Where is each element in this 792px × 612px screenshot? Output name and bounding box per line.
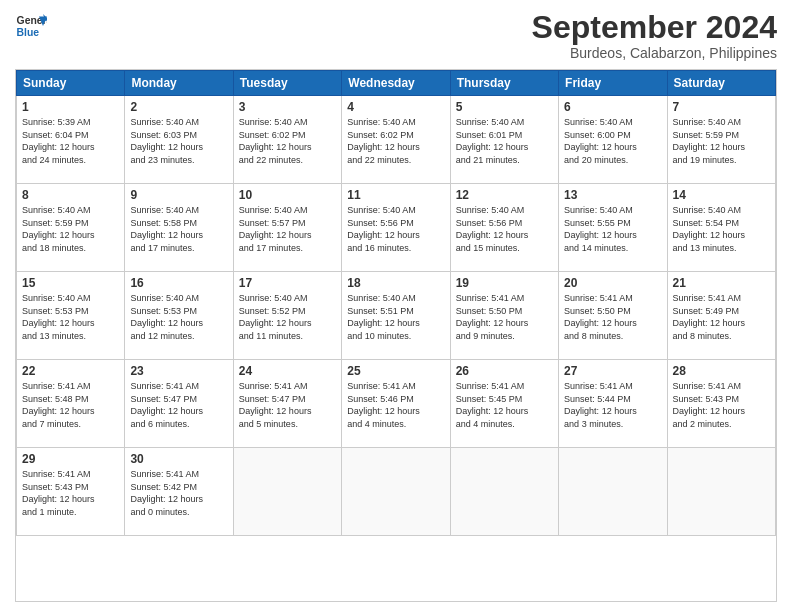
calendar-cell: 25Sunrise: 5:41 AMSunset: 5:46 PMDayligh… — [342, 360, 450, 448]
cell-content: Sunrise: 5:41 AMSunset: 5:48 PMDaylight:… — [22, 380, 119, 430]
day-number: 17 — [239, 276, 336, 290]
calendar-week-row: 29Sunrise: 5:41 AMSunset: 5:43 PMDayligh… — [17, 448, 776, 536]
day-number: 15 — [22, 276, 119, 290]
day-number: 6 — [564, 100, 661, 114]
day-header-tuesday: Tuesday — [233, 71, 341, 96]
cell-content: Sunrise: 5:40 AMSunset: 5:52 PMDaylight:… — [239, 292, 336, 342]
day-header-sunday: Sunday — [17, 71, 125, 96]
calendar-cell: 9Sunrise: 5:40 AMSunset: 5:58 PMDaylight… — [125, 184, 233, 272]
day-number: 1 — [22, 100, 119, 114]
day-number: 24 — [239, 364, 336, 378]
day-number: 2 — [130, 100, 227, 114]
day-number: 30 — [130, 452, 227, 466]
month-title: September 2024 — [532, 10, 777, 45]
calendar-week-row: 1Sunrise: 5:39 AMSunset: 6:04 PMDaylight… — [17, 96, 776, 184]
calendar-cell: 5Sunrise: 5:40 AMSunset: 6:01 PMDaylight… — [450, 96, 558, 184]
calendar-cell: 23Sunrise: 5:41 AMSunset: 5:47 PMDayligh… — [125, 360, 233, 448]
cell-content: Sunrise: 5:40 AMSunset: 5:53 PMDaylight:… — [22, 292, 119, 342]
cell-content: Sunrise: 5:40 AMSunset: 6:00 PMDaylight:… — [564, 116, 661, 166]
calendar-cell: 18Sunrise: 5:40 AMSunset: 5:51 PMDayligh… — [342, 272, 450, 360]
calendar-cell — [450, 448, 558, 536]
cell-content: Sunrise: 5:40 AMSunset: 6:02 PMDaylight:… — [347, 116, 444, 166]
cell-content: Sunrise: 5:40 AMSunset: 5:59 PMDaylight:… — [22, 204, 119, 254]
day-header-wednesday: Wednesday — [342, 71, 450, 96]
day-number: 18 — [347, 276, 444, 290]
day-number: 11 — [347, 188, 444, 202]
day-header-friday: Friday — [559, 71, 667, 96]
day-number: 19 — [456, 276, 553, 290]
cell-content: Sunrise: 5:40 AMSunset: 5:57 PMDaylight:… — [239, 204, 336, 254]
cell-content: Sunrise: 5:41 AMSunset: 5:50 PMDaylight:… — [564, 292, 661, 342]
calendar-cell: 28Sunrise: 5:41 AMSunset: 5:43 PMDayligh… — [667, 360, 775, 448]
calendar-cell: 10Sunrise: 5:40 AMSunset: 5:57 PMDayligh… — [233, 184, 341, 272]
calendar-header-row: SundayMondayTuesdayWednesdayThursdayFrid… — [17, 71, 776, 96]
svg-text:Blue: Blue — [17, 27, 40, 38]
day-number: 9 — [130, 188, 227, 202]
day-header-monday: Monday — [125, 71, 233, 96]
calendar-week-row: 15Sunrise: 5:40 AMSunset: 5:53 PMDayligh… — [17, 272, 776, 360]
day-number: 3 — [239, 100, 336, 114]
cell-content: Sunrise: 5:40 AMSunset: 5:58 PMDaylight:… — [130, 204, 227, 254]
header: General Blue September 2024 Burdeos, Cal… — [15, 10, 777, 61]
day-number: 7 — [673, 100, 770, 114]
day-number: 25 — [347, 364, 444, 378]
calendar-cell: 26Sunrise: 5:41 AMSunset: 5:45 PMDayligh… — [450, 360, 558, 448]
calendar-cell: 7Sunrise: 5:40 AMSunset: 5:59 PMDaylight… — [667, 96, 775, 184]
calendar-week-row: 22Sunrise: 5:41 AMSunset: 5:48 PMDayligh… — [17, 360, 776, 448]
cell-content: Sunrise: 5:40 AMSunset: 6:03 PMDaylight:… — [130, 116, 227, 166]
cell-content: Sunrise: 5:40 AMSunset: 5:53 PMDaylight:… — [130, 292, 227, 342]
calendar-cell: 20Sunrise: 5:41 AMSunset: 5:50 PMDayligh… — [559, 272, 667, 360]
cell-content: Sunrise: 5:41 AMSunset: 5:42 PMDaylight:… — [130, 468, 227, 518]
cell-content: Sunrise: 5:40 AMSunset: 6:02 PMDaylight:… — [239, 116, 336, 166]
day-number: 4 — [347, 100, 444, 114]
cell-content: Sunrise: 5:41 AMSunset: 5:44 PMDaylight:… — [564, 380, 661, 430]
calendar-cell: 2Sunrise: 5:40 AMSunset: 6:03 PMDaylight… — [125, 96, 233, 184]
day-number: 23 — [130, 364, 227, 378]
calendar-cell: 3Sunrise: 5:40 AMSunset: 6:02 PMDaylight… — [233, 96, 341, 184]
day-number: 16 — [130, 276, 227, 290]
calendar-cell: 14Sunrise: 5:40 AMSunset: 5:54 PMDayligh… — [667, 184, 775, 272]
cell-content: Sunrise: 5:41 AMSunset: 5:50 PMDaylight:… — [456, 292, 553, 342]
cell-content: Sunrise: 5:40 AMSunset: 5:59 PMDaylight:… — [673, 116, 770, 166]
calendar-cell: 8Sunrise: 5:40 AMSunset: 5:59 PMDaylight… — [17, 184, 125, 272]
calendar: SundayMondayTuesdayWednesdayThursdayFrid… — [15, 69, 777, 602]
calendar-cell: 6Sunrise: 5:40 AMSunset: 6:00 PMDaylight… — [559, 96, 667, 184]
day-number: 26 — [456, 364, 553, 378]
calendar-cell: 11Sunrise: 5:40 AMSunset: 5:56 PMDayligh… — [342, 184, 450, 272]
day-number: 12 — [456, 188, 553, 202]
calendar-cell: 15Sunrise: 5:40 AMSunset: 5:53 PMDayligh… — [17, 272, 125, 360]
calendar-cell: 13Sunrise: 5:40 AMSunset: 5:55 PMDayligh… — [559, 184, 667, 272]
logo: General Blue — [15, 10, 47, 42]
day-header-thursday: Thursday — [450, 71, 558, 96]
page: General Blue September 2024 Burdeos, Cal… — [0, 0, 792, 612]
day-number: 14 — [673, 188, 770, 202]
day-number: 8 — [22, 188, 119, 202]
day-number: 5 — [456, 100, 553, 114]
cell-content: Sunrise: 5:40 AMSunset: 5:56 PMDaylight:… — [456, 204, 553, 254]
cell-content: Sunrise: 5:40 AMSunset: 5:55 PMDaylight:… — [564, 204, 661, 254]
calendar-cell: 27Sunrise: 5:41 AMSunset: 5:44 PMDayligh… — [559, 360, 667, 448]
cell-content: Sunrise: 5:40 AMSunset: 6:01 PMDaylight:… — [456, 116, 553, 166]
cell-content: Sunrise: 5:41 AMSunset: 5:46 PMDaylight:… — [347, 380, 444, 430]
cell-content: Sunrise: 5:41 AMSunset: 5:49 PMDaylight:… — [673, 292, 770, 342]
calendar-cell: 29Sunrise: 5:41 AMSunset: 5:43 PMDayligh… — [17, 448, 125, 536]
cell-content: Sunrise: 5:41 AMSunset: 5:47 PMDaylight:… — [239, 380, 336, 430]
calendar-cell: 1Sunrise: 5:39 AMSunset: 6:04 PMDaylight… — [17, 96, 125, 184]
calendar-cell: 22Sunrise: 5:41 AMSunset: 5:48 PMDayligh… — [17, 360, 125, 448]
calendar-cell: 21Sunrise: 5:41 AMSunset: 5:49 PMDayligh… — [667, 272, 775, 360]
day-number: 27 — [564, 364, 661, 378]
calendar-cell: 19Sunrise: 5:41 AMSunset: 5:50 PMDayligh… — [450, 272, 558, 360]
location-subtitle: Burdeos, Calabarzon, Philippines — [532, 45, 777, 61]
calendar-cell — [559, 448, 667, 536]
day-number: 29 — [22, 452, 119, 466]
calendar-cell — [342, 448, 450, 536]
cell-content: Sunrise: 5:40 AMSunset: 5:56 PMDaylight:… — [347, 204, 444, 254]
calendar-cell: 16Sunrise: 5:40 AMSunset: 5:53 PMDayligh… — [125, 272, 233, 360]
cell-content: Sunrise: 5:41 AMSunset: 5:45 PMDaylight:… — [456, 380, 553, 430]
day-header-saturday: Saturday — [667, 71, 775, 96]
day-number: 13 — [564, 188, 661, 202]
calendar-cell: 30Sunrise: 5:41 AMSunset: 5:42 PMDayligh… — [125, 448, 233, 536]
calendar-cell — [233, 448, 341, 536]
cell-content: Sunrise: 5:41 AMSunset: 5:47 PMDaylight:… — [130, 380, 227, 430]
logo-icon: General Blue — [15, 10, 47, 42]
